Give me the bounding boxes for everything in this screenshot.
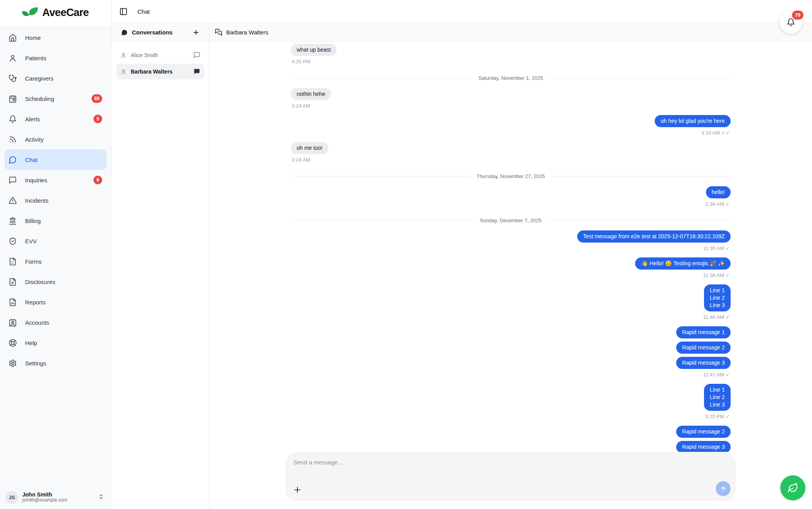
- message-timestamp: 11:38 AM ✓: [292, 273, 730, 278]
- messages-list: what up beast 4:20 PMSaturday, November …: [291, 42, 731, 452]
- user-meta: John Smith jsmith@example.com: [22, 491, 67, 503]
- message-bubble: Rapid message 3: [676, 441, 731, 452]
- leaf-icon: [787, 482, 798, 493]
- life-buoy-icon: [9, 339, 17, 347]
- panel-left-icon: [119, 7, 128, 16]
- sidebar: AveeCare Home Patients Caregivers Schedu…: [0, 0, 112, 509]
- message-row: 👋 Hello! 😊 Testing emojis 🎉 ✨: [291, 257, 731, 270]
- message-row: oh hey lol glad you're here: [291, 115, 731, 127]
- bell-icon: [787, 18, 795, 27]
- user-email: jsmith@example.com: [22, 498, 67, 503]
- sidebar-item-home[interactable]: Home: [5, 27, 106, 48]
- sidebar-item-label: Billing: [25, 218, 41, 224]
- notifications-button[interactable]: 79: [780, 11, 802, 34]
- user-icon: [120, 52, 127, 59]
- sidebar-item-disclosures[interactable]: Disclosures: [5, 272, 106, 292]
- message-input[interactable]: [286, 453, 735, 500]
- sidebar-item-label: Disclosures: [25, 279, 56, 285]
- sidebar-item-caregivers[interactable]: Caregivers: [5, 68, 106, 88]
- sidebar-item-settings[interactable]: Settings: [5, 353, 106, 373]
- date-divider: Saturday, November 1, 2025: [291, 75, 731, 81]
- sidebar-item-label: Alerts: [25, 116, 40, 122]
- chat-contact-name: Barbara Walters: [226, 29, 268, 36]
- message-bubble: Rapid message 3: [676, 357, 731, 369]
- sidebar-item-incidents[interactable]: Incidents: [5, 190, 106, 210]
- sidebar-item-scheduling[interactable]: Scheduling 68: [5, 88, 106, 109]
- user-icon: [120, 68, 127, 75]
- sidebar-item-chat[interactable]: Chat: [5, 149, 106, 170]
- sidebar-item-evv[interactable]: EVV: [5, 231, 106, 251]
- messages-scroller[interactable]: what up beast 4:20 PMSaturday, November …: [209, 42, 812, 452]
- sidebar-item-badge: 6: [94, 176, 102, 184]
- message-bubble: Line 1Line 2Line 3: [704, 284, 731, 311]
- arrow-up-icon: [720, 486, 727, 492]
- file-form-icon: [9, 257, 17, 266]
- conversations-title: Conversations: [132, 29, 173, 36]
- sidebar-item-accounts[interactable]: Accounts: [5, 312, 106, 333]
- message-row: Rapid message 3: [291, 357, 731, 369]
- notifications-badge: 79: [792, 11, 803, 20]
- chevrons-up-down-icon: [98, 494, 104, 501]
- leaf-logo-icon: [22, 7, 39, 19]
- sidebar-item-help[interactable]: Help: [5, 333, 106, 353]
- calendar-heart-icon: [9, 95, 17, 103]
- sidebar-item-billing[interactable]: Billing: [5, 210, 106, 231]
- date-divider: Thursday, November 27, 2025: [291, 173, 731, 179]
- sidebar-item-inquiries[interactable]: Inquiries 6: [5, 170, 106, 190]
- conversation-name: Alice Smith: [131, 52, 158, 58]
- sidebar-item-label: Accounts: [25, 319, 49, 326]
- sidebar-toggle-button[interactable]: [119, 7, 128, 16]
- assistant-fab-button[interactable]: [780, 475, 805, 500]
- new-conversation-button[interactable]: +: [193, 28, 199, 37]
- sidebar-item-label: Settings: [25, 360, 46, 367]
- stethoscope-icon: [9, 74, 17, 83]
- message-timestamp: 3:20 PM ✓: [292, 414, 730, 419]
- user-icon: [9, 54, 17, 62]
- conversation-row-barbara-walters[interactable]: Barbara Walters: [116, 64, 204, 79]
- conversation-row-alice-smith[interactable]: Alice Smith: [116, 47, 204, 63]
- chat-bubble-filled-icon: [121, 29, 128, 36]
- sidebar-item-forms[interactable]: Forms: [5, 251, 106, 272]
- composer-wrap: [209, 452, 812, 509]
- brand-logo: AveeCare: [0, 0, 111, 25]
- message-row: Rapid message 2: [291, 426, 731, 438]
- main-area: Chat 79 Conversations + Alice Smith: [112, 0, 812, 509]
- message-square-icon: [193, 68, 200, 75]
- sidebar-item-badge: 68: [92, 94, 102, 103]
- message-circle-icon: [9, 156, 17, 164]
- message-timestamp: 1:34 AM ✓: [292, 201, 730, 207]
- settings-icon: [9, 359, 17, 367]
- message-bubble: oh me too!: [291, 142, 328, 154]
- sidebar-item-label: Activity: [25, 136, 44, 143]
- sidebar-item-badge: 5: [94, 115, 102, 123]
- file-chart-icon: [9, 298, 17, 306]
- sidebar-item-patients[interactable]: Patients: [5, 48, 106, 68]
- sidebar-item-reports[interactable]: Reports: [5, 292, 106, 312]
- sidebar-item-label: Home: [25, 34, 41, 41]
- home-icon: [9, 34, 17, 42]
- sidebar-item-alerts[interactable]: Alerts 5: [5, 109, 106, 129]
- date-divider-label: Sunday, December 7, 2025: [480, 218, 541, 223]
- message-bubble: Rapid message 2: [676, 426, 731, 438]
- send-button[interactable]: [716, 481, 731, 496]
- attach-button[interactable]: [292, 484, 303, 496]
- message-timestamp: 4:20 PM: [292, 59, 730, 65]
- message-bubble: Rapid message 1: [676, 326, 731, 338]
- message-square-icon: [9, 176, 17, 184]
- topbar: Chat: [112, 0, 812, 23]
- sidebar-item-label: Forms: [25, 258, 42, 265]
- plus-icon: [293, 485, 302, 495]
- composer: [286, 453, 735, 500]
- user-menu[interactable]: JS John Smith jsmith@example.com: [0, 486, 111, 509]
- message-row: Test message from e2e test at 2025-12-07…: [291, 230, 731, 243]
- page-title: Chat: [137, 8, 150, 15]
- shield-check-icon: [9, 237, 17, 245]
- conversations-panel: Conversations + Alice Smith Barbara Walt…: [112, 23, 209, 509]
- conversations-header: Conversations +: [112, 23, 209, 42]
- contact-icon: [9, 318, 17, 327]
- sidebar-item-activity[interactable]: Activity: [5, 129, 106, 149]
- message-row: nothin hehe: [291, 88, 731, 100]
- date-divider-label: Thursday, November 27, 2025: [477, 173, 545, 179]
- message-row: Line 1Line 2Line 3: [291, 384, 731, 411]
- message-timestamp: 11:30 AM ✓: [292, 246, 730, 251]
